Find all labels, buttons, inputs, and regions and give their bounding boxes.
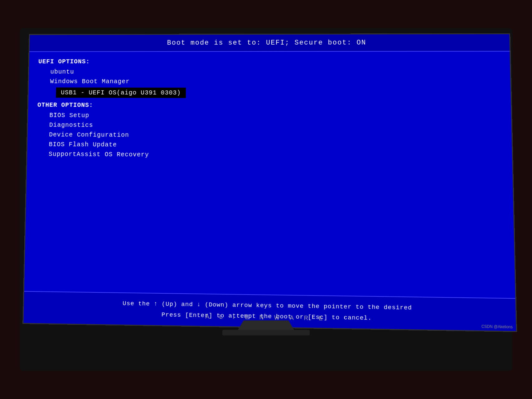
uefi-options-label: UEFI OPTIONS: [38, 58, 501, 65]
header-bar: Boot mode is set to: UEFI; Secure boot: … [29, 34, 510, 52]
monitor-foot [222, 330, 310, 335]
monitor: Boot mode is set to: UEFI; Secure boot: … [20, 28, 512, 371]
monitor-stand [238, 320, 294, 330]
menu-item-ubuntu[interactable]: ubuntu [38, 67, 501, 77]
bios-screen: Boot mode is set to: UEFI; Secure boot: … [22, 33, 517, 332]
menu-item-windows-boot-manager[interactable]: Windows Boot Manager [38, 77, 501, 87]
other-options-section: OTHER OPTIONS: BIOS Setup Diagnostics De… [36, 101, 502, 161]
other-options-label: OTHER OPTIONS: [37, 101, 501, 110]
menu-item-supportassist-recovery[interactable]: SupportAssist OS Recovery [36, 149, 502, 162]
menu-content: UEFI OPTIONS: ubuntu Windows Boot Manage… [24, 51, 515, 298]
watermark-label: CSDN @Akelions [481, 324, 513, 329]
menu-item-usb1-row[interactable]: USB1 - UEFI OS(aigo U391 0303) [37, 86, 501, 100]
boot-mode-status: Boot mode is set to: UEFI; Secure boot: … [167, 39, 366, 47]
menu-item-usb1-selected: USB1 - UEFI OS(aigo U391 0303) [56, 88, 186, 98]
